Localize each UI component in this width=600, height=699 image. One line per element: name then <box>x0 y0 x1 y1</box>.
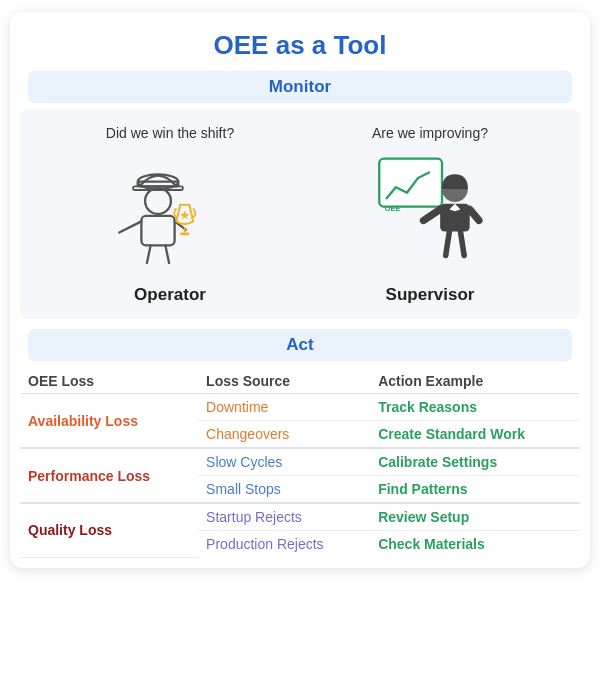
action-cell: Calibrate Settings <box>370 448 580 476</box>
svg-line-15 <box>446 232 450 256</box>
loss-source-cell: Production Rejects <box>198 531 370 558</box>
svg-rect-10 <box>379 159 442 207</box>
table-header-row: OEE Loss Loss Source Action Example <box>20 367 580 394</box>
loss-source-cell: Downtime <box>198 394 370 421</box>
action-cell: Find Patterns <box>370 476 580 504</box>
supervisor-icon: OEE <box>365 149 495 279</box>
loss-source-cell: Slow Cycles <box>198 448 370 476</box>
operator-question: Did we win the shift? <box>106 125 234 141</box>
loss-source-cell: Small Stops <box>198 476 370 504</box>
action-cell: Review Setup <box>370 503 580 531</box>
monitor-row: Did we win the shift? <box>40 125 560 305</box>
col-loss-source: Loss Source <box>198 367 370 394</box>
act-section: OEE Loss Loss Source Action Example Avai… <box>20 367 580 558</box>
supervisor-name: Supervisor <box>386 285 475 305</box>
oee-loss-cell: Performance Loss <box>20 448 198 503</box>
action-cell: Create Standard Work <box>370 421 580 449</box>
svg-text:OEE: OEE <box>385 204 401 213</box>
operator-block: Did we win the shift? <box>60 125 280 305</box>
svg-line-16 <box>460 232 464 256</box>
monitor-section: Did we win the shift? <box>20 109 580 319</box>
loss-source-cell: Changeovers <box>198 421 370 449</box>
col-oee-loss: OEE Loss <box>20 367 198 394</box>
table-row: Availability LossDowntimeTrack Reasons <box>20 394 580 421</box>
main-card: OEE as a Tool Monitor Did we win the shi… <box>10 12 590 568</box>
oee-loss-cell: Quality Loss <box>20 503 198 557</box>
act-table: OEE Loss Loss Source Action Example Avai… <box>20 367 580 558</box>
table-row: Quality LossStartup RejectsReview Setup <box>20 503 580 531</box>
svg-rect-9 <box>180 232 189 235</box>
oee-loss-cell: Availability Loss <box>20 394 198 449</box>
action-cell: Track Reasons <box>370 394 580 421</box>
page-title: OEE as a Tool <box>10 12 590 71</box>
loss-source-cell: Startup Rejects <box>198 503 370 531</box>
monitor-section-label: Monitor <box>28 71 572 103</box>
operator-icon <box>105 149 235 279</box>
table-row: Performance LossSlow CyclesCalibrate Set… <box>20 448 580 476</box>
operator-name: Operator <box>134 285 206 305</box>
col-action-example: Action Example <box>370 367 580 394</box>
svg-marker-7 <box>180 210 189 219</box>
supervisor-block: Are we improving? OEE <box>320 125 540 305</box>
svg-line-6 <box>165 245 169 263</box>
svg-line-5 <box>147 245 151 263</box>
action-cell: Check Materials <box>370 531 580 558</box>
svg-point-3 <box>145 188 171 214</box>
svg-rect-4 <box>141 216 174 246</box>
supervisor-question: Are we improving? <box>372 125 488 141</box>
act-section-label: Act <box>28 329 572 361</box>
